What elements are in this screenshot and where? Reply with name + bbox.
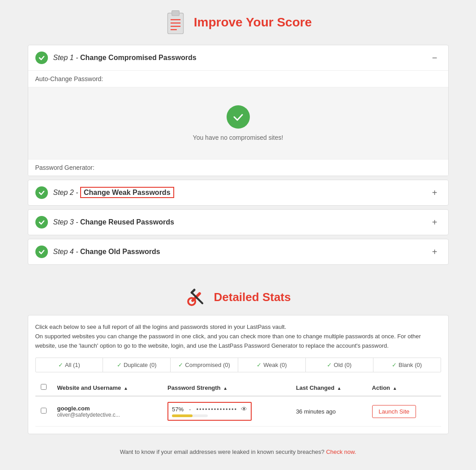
detailed-stats-header: Detailed Stats — [28, 276, 449, 315]
col-password-strength: Password Strength ▲ — [162, 379, 291, 396]
filter-tabs: ✓ All (1) ✓ Duplicate (0) ✓ Compromised … — [35, 358, 441, 372]
step4-toggle[interactable]: + — [429, 246, 441, 258]
stats-description: Click each below to see a full report of… — [35, 323, 441, 350]
step4-label: Step 4 - Change Old Passwords — [53, 248, 429, 256]
col-action: Action ▲ — [367, 379, 441, 396]
stats-container: Click each below to see a full report of… — [28, 315, 449, 434]
col-website-username: Website and Username ▲ — [52, 379, 163, 396]
step2-label: Step 2 - Change Weak Passwords — [53, 189, 429, 197]
header-section: Improve Your Score — [28, 4, 449, 45]
filter-tab-duplicate[interactable]: ✓ Duplicate (0) — [103, 358, 171, 372]
select-all-checkbox[interactable] — [41, 384, 47, 390]
clipboard-icon — [164, 9, 187, 36]
step1-header[interactable]: Step 1 - Change Compromised Passwords − — [28, 45, 448, 71]
step1-toggle[interactable]: − — [429, 52, 441, 64]
step1-container: Step 1 - Change Compromised Passwords − … — [28, 45, 449, 176]
row-checkbox[interactable] — [41, 408, 47, 414]
filter-tab-blank[interactable]: ✓ Blank (0) — [373, 358, 441, 372]
step3-header[interactable]: Step 3 - Change Reused Passwords + — [28, 210, 448, 235]
password-generator-label: Password Generator: — [28, 160, 448, 176]
filter-tab-weak[interactable]: ✓ Weak (0) — [238, 358, 306, 372]
password-strength-cell: 57% - •••••••••••••• 👁 — [167, 402, 252, 421]
step3-toggle[interactable]: + — [429, 216, 441, 229]
step4-check-icon — [35, 246, 48, 258]
filter-tab-compromised[interactable]: ✓ Compromised (0) — [171, 358, 238, 372]
svg-rect-1 — [172, 11, 179, 16]
tools-icon — [185, 286, 207, 308]
password-bar — [172, 414, 208, 417]
step2-header[interactable]: Step 2 - Change Weak Passwords + — [28, 180, 448, 205]
launch-site-button[interactable]: Launch Site — [372, 405, 416, 418]
step3-container: Step 3 - Change Reused Passwords + — [28, 209, 449, 235]
bottom-notice: Want to know if your email addresses wer… — [28, 441, 449, 462]
step2-toggle[interactable]: + — [429, 186, 441, 199]
step2-check-icon — [35, 186, 48, 199]
site-info: google.com oliver@safetydetective.c... — [57, 405, 157, 418]
step1-body: Auto-Change Password: You have no compro… — [28, 71, 448, 176]
table-row: google.com oliver@safetydetective.c... 5… — [35, 396, 441, 427]
last-changed-cell: 36 minutes ago — [291, 396, 367, 427]
step1-label: Step 1 - Change Compromised Passwords — [53, 54, 429, 62]
filter-tab-old[interactable]: ✓ Old (0) — [306, 358, 373, 372]
check-now-link[interactable]: Check now. — [326, 448, 356, 455]
page-title: Improve Your Score — [194, 15, 312, 30]
step3-label: Step 3 - Change Reused Passwords — [53, 218, 429, 226]
data-table: Website and Username ▲ Password Strength… — [35, 379, 441, 427]
filter-tab-all[interactable]: ✓ All (1) — [36, 358, 103, 372]
no-compromised-check-icon — [227, 105, 250, 129]
step3-check-icon — [35, 216, 48, 229]
col-last-changed: Last Changed ▲ — [291, 379, 367, 396]
svg-line-9 — [192, 290, 194, 293]
auto-change-label: Auto-Change Password: — [28, 71, 448, 87]
no-compromised-area: You have no compromised sites! — [28, 87, 448, 160]
step4-container: Step 4 - Change Old Passwords + — [28, 239, 449, 265]
no-compromised-text: You have no compromised sites! — [193, 134, 283, 141]
detailed-stats-title: Detailed Stats — [214, 290, 291, 304]
step1-check-icon — [35, 52, 48, 64]
step4-header[interactable]: Step 4 - Change Old Passwords + — [28, 239, 448, 264]
step2-container: Step 2 - Change Weak Passwords + — [28, 180, 449, 206]
eye-icon[interactable]: 👁 — [241, 405, 247, 413]
